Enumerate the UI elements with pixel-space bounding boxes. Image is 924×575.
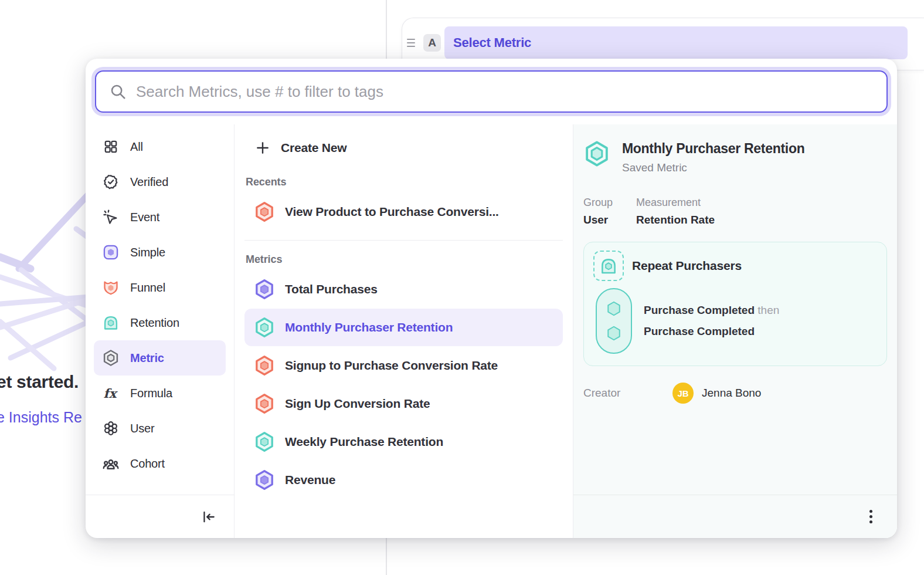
simple-hexagon-icon	[254, 278, 275, 300]
sidebar-item-label: Metric	[130, 351, 164, 365]
metric-row-selected[interactable]: Monthly Purchaser Retention	[244, 309, 563, 346]
search-box[interactable]	[95, 70, 888, 113]
plus-icon	[255, 140, 270, 155]
kebab-dot	[869, 510, 872, 513]
svg-text:fx: fx	[104, 386, 118, 401]
metric-row-label: Sign Up Conversion Rate	[285, 397, 430, 411]
sidebar-item-verified[interactable]: Verified	[94, 164, 226, 199]
create-new-label: Create New	[281, 141, 346, 155]
definition-connector: then	[757, 304, 779, 316]
metric-row-label: View Product to Purchase Conversi...	[285, 205, 499, 219]
user-cluster-icon	[102, 420, 120, 437]
search-input[interactable]	[136, 83, 874, 101]
sidebar-item-event[interactable]: Event	[94, 199, 226, 235]
funnel-hexagon-icon	[254, 201, 275, 223]
recents-heading: Recents	[246, 176, 563, 188]
funnel-hexagon-icon	[254, 354, 275, 377]
group-value: User	[583, 214, 636, 226]
filter-sidebar: All Verified	[86, 124, 235, 538]
creator-name: Jenna Bono	[702, 387, 761, 400]
metric-detail-panel: Monthly Purchaser Retention Saved Metric…	[573, 124, 897, 538]
simple-hexagon-icon	[254, 469, 275, 491]
recent-metric-row[interactable]: View Product to Purchase Conversi...	[244, 193, 563, 231]
select-metric-button[interactable]: Select Metric	[444, 26, 908, 59]
creator-label: Creator	[583, 387, 672, 400]
retention-hexagon-icon	[254, 316, 275, 339]
group-label: Group	[583, 197, 636, 209]
retention-metric-icon	[102, 314, 120, 332]
detail-title: Monthly Purchaser Retention	[622, 141, 804, 157]
sidebar-item-simple[interactable]: Simple	[94, 235, 226, 270]
metric-row-label: Total Purchases	[285, 282, 378, 296]
metric-row[interactable]: Weekly Purchase Retention	[244, 423, 563, 461]
metric-row[interactable]: Revenue	[244, 461, 563, 499]
sidebar-item-formula[interactable]: fx Formula	[94, 376, 226, 411]
sidebar-item-label: Retention	[130, 316, 179, 330]
sidebar-item-label: All	[130, 140, 143, 154]
cohort-people-icon	[102, 455, 120, 472]
metric-definition-card: Repeat Purchasers Purchase Completed the…	[583, 242, 887, 366]
simple-metric-icon	[102, 243, 120, 261]
insights-report-link[interactable]: e Insights Re	[0, 409, 82, 426]
sidebar-item-label: User	[130, 422, 154, 435]
metric-row-label: Monthly Purchaser Retention	[285, 320, 453, 334]
drag-handle-icon[interactable]	[407, 39, 420, 47]
row-letter-badge: A	[423, 34, 441, 52]
sidebar-item-all[interactable]: All	[94, 129, 226, 164]
definition-step-2: Purchase Completed	[644, 325, 755, 337]
metric-picker-modal: All Verified	[86, 59, 897, 538]
metric-row-label: Revenue	[285, 473, 335, 487]
metric-row-label: Weekly Purchase Retention	[285, 435, 443, 449]
detail-subtitle: Saved Metric	[622, 161, 804, 174]
metric-row[interactable]: Total Purchases	[244, 270, 563, 308]
kebab-dot	[869, 520, 872, 523]
search-icon	[109, 83, 127, 100]
retention-detail-hexagon-icon	[583, 140, 610, 170]
metric-list-panel: Create New Recents View Product to Purch…	[235, 124, 573, 538]
collapse-sidebar-button[interactable]	[201, 509, 216, 525]
metric-row-label: Signup to Purchase Conversion Rate	[285, 358, 498, 373]
kebab-dot	[869, 515, 872, 518]
create-new-button[interactable]: Create New	[244, 133, 563, 163]
sidebar-item-metric[interactable]: Metric	[94, 340, 226, 376]
more-options-button[interactable]	[866, 506, 876, 527]
retention-definition-icon	[593, 251, 624, 281]
retention-steps-capsule-icon	[596, 288, 632, 354]
definition-title: Repeat Purchasers	[632, 259, 742, 273]
metric-hexagon-icon	[102, 349, 120, 367]
sidebar-item-funnel[interactable]: Funnel	[94, 270, 226, 305]
funnel-metric-icon	[102, 279, 120, 296]
sidebar-item-label: Verified	[130, 175, 168, 189]
sidebar-item-label: Event	[130, 211, 159, 224]
sidebar-item-label: Funnel	[130, 281, 165, 295]
sidebar-item-label: Cohort	[130, 457, 165, 471]
sidebar-item-cohort[interactable]: Cohort	[94, 446, 226, 481]
sidebar-item-retention[interactable]: Retention	[94, 305, 226, 340]
measurement-label: Measurement	[636, 197, 715, 209]
metrics-heading: Metrics	[246, 253, 563, 266]
sidebar-item-label: Simple	[130, 246, 165, 259]
section-divider	[244, 240, 563, 241]
sidebar-item-user[interactable]: User	[94, 411, 226, 446]
get-started-text: et started.	[0, 372, 79, 392]
grid-icon	[102, 138, 120, 155]
funnel-hexagon-icon	[254, 393, 275, 415]
measurement-value: Retention Rate	[636, 214, 715, 226]
creator-avatar: JB	[672, 383, 694, 404]
collapse-left-icon	[201, 509, 216, 525]
metric-row[interactable]: Sign Up Conversion Rate	[244, 385, 563, 422]
retention-hexagon-icon	[254, 431, 275, 453]
sidebar-item-label: Formula	[130, 387, 172, 400]
metric-row[interactable]: Signup to Purchase Conversion Rate	[244, 347, 563, 384]
verified-badge-icon	[102, 173, 120, 191]
definition-step-1: Purchase Completed	[644, 304, 755, 316]
formula-fx-icon: fx	[102, 384, 120, 402]
event-cursor-icon	[102, 208, 120, 226]
